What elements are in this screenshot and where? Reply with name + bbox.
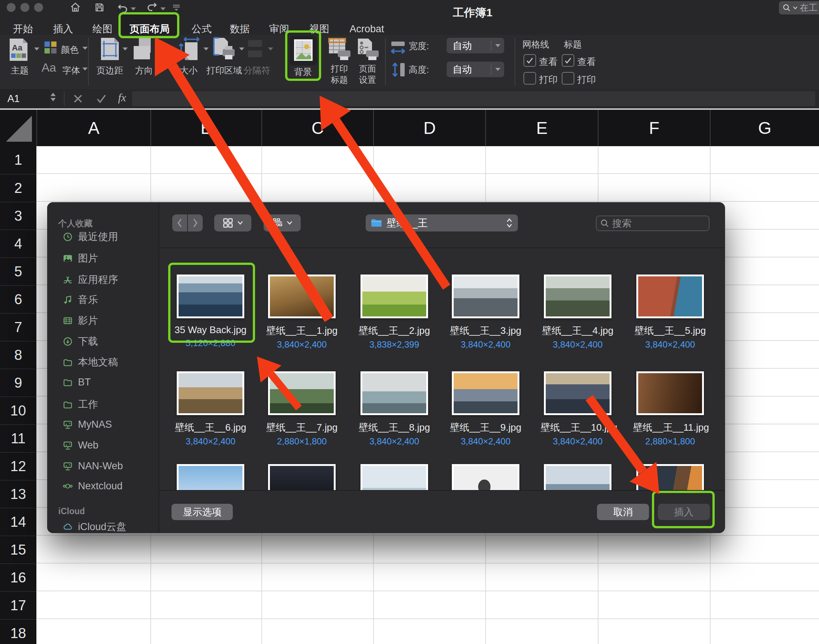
file-item[interactable]: 壁纸__王__7.jpg2,880×1,800: [265, 371, 339, 447]
redo-icon[interactable]: [146, 2, 158, 13]
row-header-12[interactable]: 12: [0, 452, 36, 480]
row-header-11[interactable]: 11: [0, 425, 36, 452]
folder-dropdown[interactable]: 壁纸__王: [366, 215, 518, 232]
save-icon[interactable]: [94, 2, 105, 13]
row-header-2[interactable]: 2: [0, 174, 36, 202]
file-item[interactable]: [265, 464, 339, 490]
fonts-icon[interactable]: Aa: [41, 61, 56, 75]
page-setup-icon[interactable]: [356, 38, 380, 61]
orientation-label[interactable]: 方向: [135, 64, 153, 77]
file-item[interactable]: 壁纸__王__10.jpg3,840×2,400: [541, 371, 615, 447]
file-item[interactable]: 壁纸__王__11.jpg2,880×1,800: [633, 371, 707, 447]
sidebar-item-music[interactable]: 音乐: [63, 293, 98, 306]
file-item[interactable]: 壁纸__王__8.jpg3,840×2,400: [357, 371, 432, 447]
col-header-D[interactable]: D: [373, 110, 485, 146]
colors-label[interactable]: 颜色: [61, 44, 79, 56]
file-item[interactable]: [633, 464, 707, 490]
col-header-C[interactable]: C: [261, 110, 373, 146]
breaks-icon[interactable]: [247, 38, 263, 59]
headings-print-checkbox[interactable]: [562, 72, 574, 84]
colors-caret[interactable]: [82, 47, 88, 50]
traffic-light-close[interactable]: [7, 3, 15, 12]
redo-dropdown-caret[interactable]: [160, 8, 166, 11]
gridlines-view-checkbox[interactable]: [524, 54, 536, 67]
height-dropdown-caret[interactable]: [491, 64, 504, 75]
sidebar-item-work[interactable]: 工作: [63, 398, 98, 411]
confirm-entry-icon[interactable]: [96, 94, 107, 104]
tab-acrobat[interactable]: Acrobat: [349, 23, 384, 35]
orientation-caret[interactable]: [157, 48, 162, 51]
row-header-7[interactable]: 7: [0, 313, 36, 341]
row-header-4[interactable]: 4: [0, 230, 36, 258]
width-dropdown[interactable]: 自动: [447, 38, 504, 54]
file-item[interactable]: [449, 464, 523, 490]
forward-button[interactable]: [188, 215, 203, 232]
sidebar-item-web[interactable]: Web: [63, 439, 98, 451]
tab-insert[interactable]: 插入: [53, 23, 73, 35]
sidebar-item-nextcloud[interactable]: Nextcloud: [63, 480, 123, 492]
file-item[interactable]: 壁纸__王__4.jpg3,840×2,400: [541, 274, 615, 350]
col-header-E[interactable]: E: [485, 110, 598, 146]
margins-caret[interactable]: [123, 48, 128, 51]
workbook-search-field[interactable]: 在工: [779, 1, 819, 14]
cancel-button[interactable]: 取消: [597, 504, 649, 520]
margins-icon[interactable]: [100, 37, 120, 61]
row-header-1[interactable]: 1: [0, 146, 36, 174]
print-titles-icon[interactable]: [328, 38, 351, 61]
file-item[interactable]: 壁纸__王__2.jpg3,838×2,399: [357, 274, 432, 350]
row-header-15[interactable]: 15: [0, 536, 36, 563]
margins-label[interactable]: 页边距: [97, 64, 123, 77]
sidebar-item-applications[interactable]: 应用程序: [63, 273, 118, 286]
row-header-13[interactable]: 13: [0, 480, 36, 508]
row-header-14[interactable]: 14: [0, 508, 36, 536]
themes-icon[interactable]: Aa: [8, 38, 29, 61]
tab-draw[interactable]: 绘图: [92, 23, 112, 35]
col-header-A[interactable]: A: [36, 110, 151, 146]
undo-dropdown-caret[interactable]: [131, 8, 136, 11]
themes-caret[interactable]: [34, 48, 39, 51]
tab-formulas[interactable]: 公式: [192, 23, 212, 35]
gridlines-print-checkbox[interactable]: [524, 72, 536, 84]
cancel-entry-icon[interactable]: [73, 94, 83, 104]
size-caret[interactable]: [203, 48, 209, 51]
page-setup-label-1[interactable]: 页面: [359, 63, 376, 75]
row-header-3[interactable]: 3: [0, 202, 36, 230]
traffic-light-minimize[interactable]: [20, 3, 29, 12]
show-options-button[interactable]: 显示选项: [172, 504, 233, 520]
file-item[interactable]: 壁纸__王__1.jpg3,840×2,400: [265, 274, 339, 350]
row-header-9[interactable]: 9: [0, 369, 36, 397]
height-dropdown[interactable]: 自动: [447, 61, 504, 77]
row-header-6[interactable]: 6: [0, 285, 36, 313]
dialog-search-field[interactable]: 搜索: [596, 216, 710, 231]
sidebar-item-pictures[interactable]: 图片: [63, 252, 98, 265]
col-header-G[interactable]: G: [710, 110, 819, 146]
file-item[interactable]: 壁纸__王__6.jpg3,840×2,400: [174, 371, 247, 447]
row-header-10[interactable]: 10: [0, 397, 36, 425]
file-item[interactable]: [541, 464, 615, 490]
file-item[interactable]: [174, 464, 247, 490]
select-all-corner[interactable]: [0, 110, 36, 146]
traffic-light-zoom[interactable]: [34, 3, 43, 12]
row-header-17[interactable]: 17: [0, 591, 36, 619]
size-label[interactable]: 大小: [180, 64, 198, 77]
row-header-5[interactable]: 5: [0, 258, 36, 285]
file-item[interactable]: [357, 464, 432, 490]
row-header-8[interactable]: 8: [0, 341, 36, 369]
page-setup-label-2[interactable]: 设置: [359, 74, 376, 86]
size-icon[interactable]: [178, 36, 200, 61]
sidebar-item-mynas[interactable]: MyNAS: [63, 418, 112, 431]
orientation-icon[interactable]: [133, 37, 154, 61]
tab-home[interactable]: 开始: [13, 23, 33, 35]
col-header-B[interactable]: B: [151, 110, 261, 146]
sidebar-item-icloud-drive[interactable]: iCloud云盘: [63, 520, 127, 533]
back-button[interactable]: [172, 215, 187, 232]
file-item[interactable]: 壁纸__王__5.jpg3,840×2,400: [633, 274, 707, 350]
icon-view-button[interactable]: [214, 215, 251, 232]
print-titles-label-2[interactable]: 标题: [331, 74, 348, 86]
row-header-18[interactable]: 18: [0, 619, 36, 644]
toolbar-overflow-icon[interactable]: [172, 4, 181, 12]
sidebar-item-bt[interactable]: BT: [63, 376, 91, 388]
fonts-label[interactable]: 字体: [62, 64, 80, 77]
fonts-caret[interactable]: [82, 67, 88, 71]
name-box-stepper[interactable]: [51, 93, 56, 101]
